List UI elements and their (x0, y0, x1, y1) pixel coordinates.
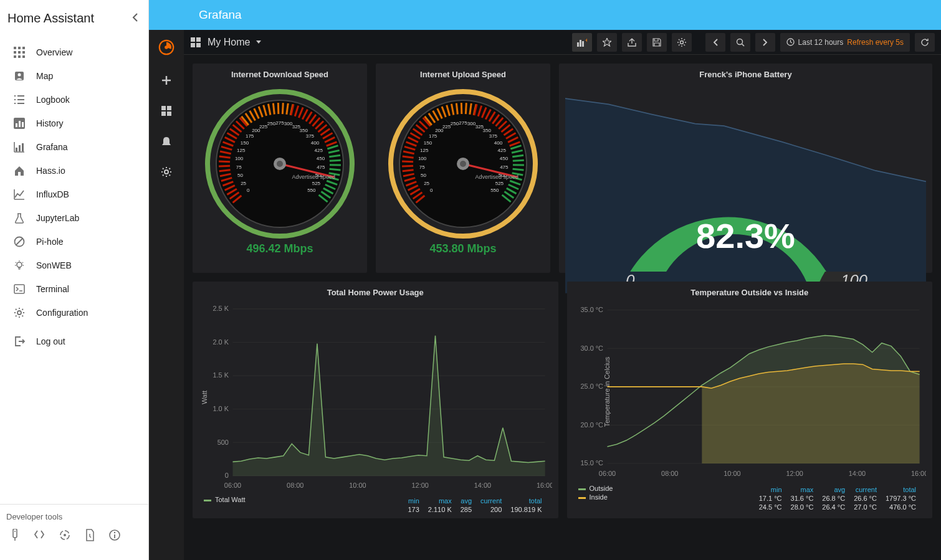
gauge-download: 0255075100125150175200225250275300325350… (202, 83, 358, 239)
save-button[interactable] (647, 33, 667, 52)
svg-text:525: 525 (495, 181, 504, 186)
svg-point-40 (165, 45, 168, 49)
svg-text:175: 175 (429, 133, 437, 139)
svg-text:150: 150 (241, 140, 249, 146)
svg-text:35.0 °C: 35.0 °C (580, 306, 603, 313)
chart-temperature: 15.0 °C20.0 °C25.0 °C30.0 °C35.0 °C06:00… (573, 301, 927, 482)
legend-stats-table: minmaxavgcurrenttotal17.1 °C31.6 °C26.8 … (745, 485, 921, 512)
svg-text:0: 0 (430, 187, 433, 193)
refresh-interval-label: Refresh every 5s (847, 38, 904, 47)
add-panel-button[interactable]: + (572, 33, 592, 52)
svg-text:275: 275 (275, 120, 284, 126)
sidebar-item-terminal[interactable]: Terminal (0, 277, 148, 301)
devtools-services-icon[interactable] (59, 529, 71, 544)
panel-power-usage[interactable]: Total Home Power Usage Watt 05001.0 K1.5… (193, 282, 558, 518)
svg-line-26 (16, 239, 23, 245)
legend-series[interactable]: Outside (578, 485, 613, 492)
grafana-alerting-icon[interactable] (161, 136, 172, 150)
devtools-remote-icon[interactable] (10, 529, 20, 544)
devtools-info-icon[interactable] (108, 529, 121, 544)
zoom-out-button[interactable] (730, 33, 750, 52)
sidebar-item-sonweb[interactable]: SonWEB (0, 254, 148, 277)
svg-text:125: 125 (237, 148, 246, 153)
time-back-button[interactable] (705, 33, 725, 52)
share-button[interactable] (622, 33, 642, 52)
advertised-speed-label: Advertised speed (475, 174, 518, 180)
svg-text:25.0 °C: 25.0 °C (580, 382, 603, 390)
sidebar-item-influxdb[interactable]: InfluxDB (0, 183, 148, 206)
svg-text:12:00: 12:00 (786, 470, 803, 477)
flask-icon (10, 212, 29, 224)
sidebar-item-configuration[interactable]: Configuration (0, 301, 148, 325)
sidebar-item-jupyterlab[interactable]: JupyterLab (0, 206, 148, 230)
grafana-settings-icon[interactable] (161, 166, 172, 181)
svg-text:08:00: 08:00 (287, 482, 303, 489)
time-forward-button[interactable] (755, 33, 775, 52)
svg-point-10 (18, 74, 21, 77)
panel-title: Internet Download Speed (231, 70, 328, 79)
star-button[interactable] (597, 33, 617, 52)
svg-point-33 (14, 531, 16, 532)
svg-text:16:00: 16:00 (537, 482, 552, 489)
svg-text:275: 275 (459, 120, 467, 126)
sidebar-item-label: Grafana (36, 142, 68, 152)
sidebar-item-label: Terminal (36, 284, 69, 294)
panel-battery[interactable]: Frenck's iPhone Battery 0100 82.3% (559, 64, 932, 273)
grafana-logo-icon[interactable] (158, 39, 175, 59)
svg-text:425: 425 (315, 148, 323, 153)
chevron-down-icon (256, 40, 261, 44)
panel-download-speed[interactable]: Internet Download Speed 0255075100125150… (193, 64, 367, 273)
devtools-templates-icon[interactable] (34, 529, 45, 544)
grafana-add-icon[interactable] (161, 75, 172, 89)
svg-text:25: 25 (424, 181, 429, 186)
sidebar-item-label: Overview (36, 47, 72, 57)
svg-text:10:00: 10:00 (724, 470, 740, 477)
sidebar-item-pi-hole[interactable]: Pi-hole (0, 230, 148, 254)
legend-series[interactable]: Total Watt (204, 496, 246, 503)
legend-series[interactable]: Inside (578, 493, 613, 501)
collapse-sidebar-icon[interactable] (132, 13, 138, 24)
svg-text:06:00: 06:00 (224, 482, 241, 489)
sidebar-item-hass-io[interactable]: Hass.io (0, 159, 148, 183)
svg-rect-44 (167, 106, 171, 110)
sidebar-item-map[interactable]: Map (0, 64, 148, 88)
svg-text:500: 500 (217, 439, 229, 446)
svg-text:0: 0 (247, 187, 250, 193)
grafana-dashboards-icon[interactable] (161, 105, 172, 120)
refresh-button[interactable] (915, 33, 935, 52)
svg-text:450: 450 (500, 156, 509, 161)
grafana-frame: My Home + Last 12 hours Refresh every 5s (149, 30, 941, 560)
svg-text:2.0 K: 2.0 K (213, 338, 229, 346)
home-icon (10, 165, 29, 176)
panel-upload-speed[interactable]: Internet Upload Speed 025507510012515017… (376, 64, 550, 273)
gauge-upload: 0255075100125150175200225250275300325350… (385, 83, 541, 239)
svg-line-198 (513, 169, 524, 170)
svg-text:425: 425 (498, 148, 507, 153)
svg-text:350: 350 (483, 128, 492, 133)
sidebar-item-history[interactable]: History (0, 112, 148, 135)
sidebar-item-overview[interactable]: Overview (0, 40, 148, 64)
battery-value: 82.3% (696, 216, 795, 256)
page-title: Grafana (199, 8, 242, 22)
line-icon (10, 189, 29, 200)
svg-text:10:00: 10:00 (349, 482, 366, 489)
panel-temperature[interactable]: Temperature Outside vs Inside Temperatur… (567, 282, 933, 518)
settings-button[interactable] (672, 33, 692, 52)
svg-text:150: 150 (424, 140, 432, 146)
sidebar-item-log-out[interactable]: Log out (0, 330, 148, 353)
sidebar-item-grafana[interactable]: Grafana (0, 135, 148, 159)
bulb-icon (10, 260, 29, 271)
bar-icon (10, 118, 29, 129)
sidebar-item-label: Configuration (36, 308, 88, 318)
sidebar-item-logbook[interactable]: Logbook (0, 88, 148, 112)
svg-rect-49 (196, 37, 201, 42)
block-icon (10, 236, 29, 247)
time-range-picker[interactable]: Last 12 hours Refresh every 5s (780, 33, 910, 52)
ha-app-title: Home Assistant (7, 11, 94, 26)
ha-topbar: Grafana (149, 0, 941, 30)
dashboard-picker[interactable]: My Home (190, 37, 261, 48)
devtools-states-icon[interactable] (85, 529, 95, 544)
ha-menu: OverviewMapLogbookHistoryGrafanaHass.ioI… (0, 37, 148, 357)
svg-text:525: 525 (312, 181, 321, 186)
sidebar-item-label: Pi-hole (36, 237, 64, 247)
